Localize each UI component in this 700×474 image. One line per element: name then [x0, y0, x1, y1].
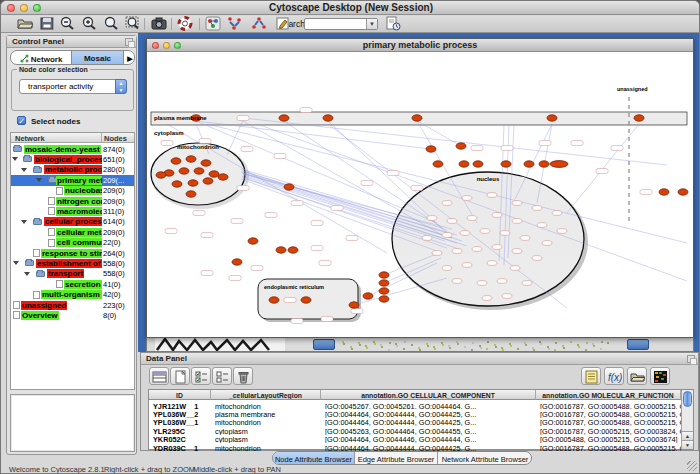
selected-node[interactable] — [379, 296, 389, 302]
nucleus-node[interactable] — [442, 266, 452, 271]
node-label[interactable] — [311, 246, 323, 251]
node-label[interactable] — [229, 276, 241, 281]
column-header[interactable]: annotation.GO MOLECULAR_FUNCTION — [536, 390, 681, 400]
tree-row[interactable]: transport558(0) — [11, 269, 134, 279]
node-label[interactable] — [274, 154, 286, 159]
nucleus-node[interactable] — [422, 236, 432, 241]
scrollbar-thumb[interactable] — [683, 391, 692, 407]
selected-node[interactable] — [678, 189, 688, 195]
save-icon[interactable] — [39, 16, 57, 32]
nucleus-node[interactable] — [492, 245, 502, 250]
node-label[interactable] — [387, 171, 399, 176]
nucleus-node[interactable] — [477, 281, 487, 286]
nucleus-node[interactable] — [557, 229, 567, 234]
table-row[interactable]: YLR295Ccytoplasm[GO:0045263, GO:0044464,… — [149, 426, 681, 434]
search-input[interactable]: ▼ — [304, 18, 378, 30]
expander-icon[interactable] — [21, 220, 27, 224]
node-label[interactable] — [571, 141, 583, 146]
network-window-titlebar[interactable]: primary metabolic process — [147, 39, 693, 52]
selected-node[interactable] — [550, 161, 568, 168]
tab-mosaic[interactable]: Mosaic — [71, 51, 124, 65]
selected-node[interactable] — [659, 189, 669, 195]
tree-row[interactable]: response to stimulu264(0) — [11, 248, 134, 258]
selected-node[interactable] — [288, 247, 298, 253]
nucleus-node[interactable] — [482, 296, 492, 301]
node-label[interactable] — [291, 319, 303, 324]
nucleus-node[interactable] — [500, 231, 510, 236]
tree-row[interactable]: Overview8(0) — [11, 310, 134, 320]
tree-row[interactable]: primary metabol209(... — [11, 175, 134, 185]
selected-node[interactable] — [188, 180, 198, 186]
notes-icon[interactable] — [581, 367, 601, 385]
node-label[interactable] — [311, 221, 323, 226]
selected-node[interactable] — [547, 115, 557, 121]
float-panel-icon[interactable] — [687, 355, 695, 363]
selected-node[interactable] — [186, 156, 196, 162]
tree-row[interactable]: cellular process614(0) — [11, 217, 134, 227]
create-attribute-icon[interactable] — [170, 367, 190, 385]
delete-attribute-icon[interactable] — [233, 367, 253, 385]
selected-node[interactable] — [284, 184, 294, 190]
column-header[interactable]: _cellularLayoutRegion — [211, 390, 321, 400]
tree-row[interactable]: biological_process651(0) — [11, 154, 134, 164]
node-label[interactable] — [300, 108, 312, 113]
layout-b-icon[interactable] — [251, 16, 269, 32]
expander-icon[interactable] — [21, 168, 27, 172]
selected-node[interactable] — [433, 161, 443, 167]
table-row[interactable]: YKR052Ccytoplasm[GO:0044464, GO:0044446,… — [149, 435, 681, 443]
nucleus-node[interactable] — [522, 281, 532, 286]
table-row[interactable]: YPL036W__1mitochondrion[GO:0044464, GO:0… — [149, 418, 681, 426]
float-panel-icon[interactable] — [125, 38, 133, 46]
node-label[interactable] — [199, 139, 211, 144]
node-label[interactable] — [284, 298, 296, 303]
tree-row[interactable]: nucleobase-c209(0) — [11, 186, 134, 196]
node-label[interactable] — [596, 169, 608, 174]
selected-node[interactable] — [473, 161, 483, 167]
network-window[interactable]: primary metabolic process plasma membran… — [146, 38, 694, 338]
nucleus-node[interactable] — [462, 196, 472, 201]
node-label[interactable] — [165, 229, 177, 234]
node-label[interactable] — [319, 261, 331, 266]
node-label[interactable] — [237, 186, 249, 191]
table-row[interactable]: YJR121W__1mitochondrion[GO:0045267, GO:0… — [149, 401, 681, 409]
nucleus-node[interactable] — [512, 219, 522, 224]
network-canvas[interactable]: plasma membrane cytoplasm mitochondrion … — [147, 53, 693, 337]
nucleus-node[interactable] — [452, 249, 462, 254]
tree-row[interactable]: mosaic-demo-yeast874(0) — [11, 144, 134, 154]
tree-row[interactable]: cellular metabol209(0) — [11, 227, 134, 237]
scroll-down-button[interactable]: ▼ — [682, 440, 693, 449]
expander-icon[interactable] — [24, 272, 30, 276]
expander-icon[interactable] — [36, 178, 42, 182]
tree-row[interactable]: unassigned223(0) — [11, 300, 134, 310]
nucleus-node[interactable] — [467, 216, 477, 221]
layout-a-icon[interactable] — [227, 16, 245, 32]
nucleus-node[interactable] — [427, 216, 437, 221]
nucleus-node[interactable] — [502, 294, 512, 299]
node-label[interactable] — [237, 116, 249, 121]
nucleus-node[interactable] — [532, 206, 542, 211]
selected-node[interactable] — [524, 161, 534, 167]
node-label[interactable] — [291, 201, 303, 206]
nucleus-node[interactable] — [512, 249, 522, 254]
zoom-in-icon[interactable] — [81, 16, 99, 32]
nucleus-node[interactable] — [520, 236, 530, 241]
node-label[interactable] — [251, 266, 263, 271]
selected-node[interactable] — [172, 181, 182, 187]
tree-row[interactable]: metabolic process280(0) — [11, 165, 134, 175]
open-icon[interactable] — [17, 16, 35, 32]
nucleus-node[interactable] — [487, 261, 497, 266]
table-scrollbar[interactable]: ▲ ▼ — [681, 390, 693, 449]
selected-node[interactable] — [412, 115, 422, 121]
node-label[interactable] — [161, 141, 173, 146]
node-label[interactable] — [241, 147, 253, 152]
selected-node[interactable] — [276, 247, 286, 253]
nucleus-node[interactable] — [432, 251, 442, 256]
selected-node[interactable] — [349, 302, 359, 308]
selected-node[interactable] — [301, 297, 311, 303]
tab-overflow-arrow[interactable]: ▶ — [124, 51, 135, 65]
nucleus-node[interactable] — [442, 201, 452, 206]
selected-node[interactable] — [248, 238, 258, 244]
node-label[interactable] — [640, 190, 652, 195]
node-label[interactable] — [501, 146, 513, 151]
selected-node[interactable] — [232, 259, 242, 265]
